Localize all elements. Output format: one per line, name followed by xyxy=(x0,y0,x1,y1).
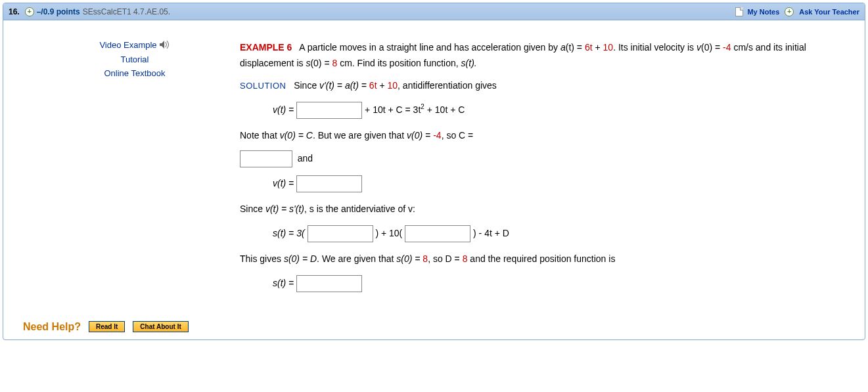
resource-sidebar: Video Example Tutorial Online Textbook xyxy=(30,33,240,301)
text: + 10t + C xyxy=(424,104,465,115)
text: . Its initial velocity is xyxy=(613,42,697,53)
text: + 10t + C = 3t xyxy=(365,104,421,115)
text: (t) = xyxy=(566,42,585,53)
answer-input-5[interactable] xyxy=(405,225,470,242)
text: cm. Find its position function, xyxy=(337,58,461,68)
text: 10 xyxy=(388,80,398,91)
svg-marker-0 xyxy=(160,41,164,49)
var-a: a xyxy=(560,42,566,53)
content-area: Video Example Tutorial Online Textbook E… xyxy=(3,20,865,315)
text: + xyxy=(377,80,388,91)
answer-input-1[interactable] xyxy=(296,102,362,119)
solution-line-1: SOLUTION Since v'(t) = a(t) = 6t + 10, a… xyxy=(240,78,852,94)
answer-input-2[interactable] xyxy=(240,150,292,167)
text: , so D = xyxy=(428,253,463,264)
gives-s0: This gives s(0) = D. We are given that s… xyxy=(240,251,852,267)
problem-statement: EXAMPLE 6 A particle moves in a straight… xyxy=(240,40,852,72)
text: 8 xyxy=(423,253,428,264)
text: v(t) = xyxy=(273,104,296,115)
equation-st: s(t) = 3( ) + 10( ) - 4t + D xyxy=(273,225,852,242)
chat-about-it-button[interactable]: Chat About It xyxy=(133,321,188,332)
question-number: 16. xyxy=(9,7,20,16)
need-help-label: Need Help? xyxy=(23,321,81,333)
tutorial-link[interactable]: Tutorial xyxy=(30,54,240,64)
text: v(t) = s'(t) xyxy=(265,204,304,214)
text: A particle moves in a straight line and … xyxy=(299,42,560,53)
assignment-id: SEssCalcET1 4.7.AE.05. xyxy=(83,7,170,16)
solution-label: SOLUTION xyxy=(240,81,286,91)
textbook-link[interactable]: Online Textbook xyxy=(30,68,240,78)
text: This gives xyxy=(240,253,284,264)
text: Since xyxy=(294,80,319,91)
note-icon xyxy=(735,7,743,16)
equation-vt: v(t) = + 10t + C = 3t2 + 10t + C xyxy=(273,101,852,119)
text: . But we are given that xyxy=(313,130,407,141)
my-notes-link[interactable]: My Notes xyxy=(747,8,779,16)
text: v'(t) = a(t) = xyxy=(319,80,369,91)
read-it-button[interactable]: Read It xyxy=(89,321,125,332)
answer-input-4[interactable] xyxy=(308,225,373,242)
val-10: 10 xyxy=(603,42,614,53)
sound-icon xyxy=(160,41,170,51)
example-label: EXAMPLE 6 xyxy=(240,42,292,53)
points-display: –/0.9 points xyxy=(37,7,80,16)
text: , antidifferentiation gives xyxy=(398,80,497,91)
var-v: v xyxy=(697,42,701,53)
answer-input-6[interactable] xyxy=(296,275,362,292)
need-help-row: Need Help? Read It Chat About It xyxy=(3,315,865,339)
text: s(t) = xyxy=(273,277,296,288)
equation-vt2: v(t) = xyxy=(273,175,852,192)
text: Since xyxy=(240,204,265,214)
text: -4 xyxy=(433,130,441,141)
val-6t: 6t xyxy=(585,42,593,53)
question-header: 16. + –/0.9 points SEssCalcET1 4.7.AE.05… xyxy=(3,3,865,20)
text: and the required position function is xyxy=(467,253,615,264)
text: v(t) = xyxy=(273,178,296,188)
text: 6t xyxy=(369,80,377,91)
text: ) - 4t + D xyxy=(473,228,509,238)
text: ) + 10( xyxy=(375,228,402,238)
equation-st-final: s(t) = xyxy=(273,275,852,292)
plus-icon[interactable]: + xyxy=(785,7,794,16)
text: (0) = xyxy=(701,42,723,53)
ask-teacher-link[interactable]: Ask Your Teacher xyxy=(799,8,859,16)
text: + xyxy=(593,42,603,53)
text: s(t) = 3( xyxy=(273,228,305,238)
text: v(0) = xyxy=(407,130,433,141)
text: s(0) = D xyxy=(284,253,317,264)
question-body: EXAMPLE 6 A particle moves in a straight… xyxy=(240,33,852,301)
answer-input-3[interactable] xyxy=(296,175,362,192)
text: s(0) = xyxy=(396,253,423,264)
video-example-link[interactable]: Video Example xyxy=(30,40,240,51)
note-v0: Note that v(0) = C. But we are given tha… xyxy=(240,128,852,144)
text: , s is the antiderviative of v: xyxy=(304,204,415,214)
val-neg4: -4 xyxy=(723,42,731,53)
var-st: s(t). xyxy=(461,58,477,68)
text: . We are given that xyxy=(317,253,396,264)
text: and xyxy=(298,153,313,163)
text: , so C = xyxy=(442,130,474,141)
text: (0) = xyxy=(310,58,332,68)
question-container: 16. + –/0.9 points SEssCalcET1 4.7.AE.05… xyxy=(3,3,865,340)
since-vs: Since v(t) = s'(t), s is the antiderviat… xyxy=(240,202,852,217)
expand-icon[interactable]: + xyxy=(25,7,34,16)
text: Note that xyxy=(240,130,280,141)
text: v(0) = C xyxy=(280,130,313,141)
video-label: Video Example xyxy=(99,40,156,50)
c-input-row: and xyxy=(240,150,852,167)
